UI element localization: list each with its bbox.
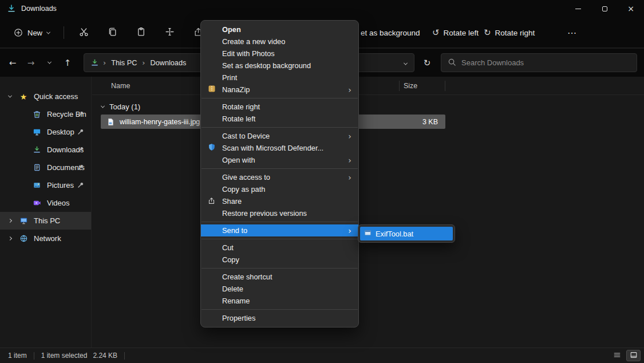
context-menu-item-rotate-right[interactable]: Rotate right [201, 101, 358, 113]
cut-button[interactable] [72, 22, 95, 43]
sidebar-item-desktop[interactable]: Desktop [0, 123, 91, 141]
sidebar-item-recycle-bin[interactable]: Recycle Bin [0, 105, 91, 123]
context-menu-item-scan-with-defender[interactable]: Scan with Microsoft Defender... [201, 142, 358, 154]
details-view-icon [613, 351, 621, 361]
context-menu-item-rename[interactable]: Rename [201, 295, 358, 307]
menu-separator [202, 98, 358, 98]
breadcrumb-downloads[interactable]: Downloads [149, 58, 188, 68]
thumbnail-view-icon [630, 351, 638, 361]
recent-locations-button[interactable] [40, 53, 58, 73]
sidebar-item-pictures[interactable]: Pictures [0, 176, 91, 194]
menu-separator [202, 239, 358, 239]
context-menu-item-nanazip[interactable]: NanaZip › [201, 84, 358, 96]
copy-icon [108, 27, 117, 38]
rename-button[interactable] [158, 22, 181, 43]
back-button[interactable]: ← [3, 53, 22, 73]
forward-icon: → [27, 58, 35, 68]
paste-button[interactable] [129, 22, 152, 43]
downloads-icon [32, 145, 41, 155]
sidebar-item-this-pc[interactable]: This PC [0, 212, 91, 230]
context-menu-item-open[interactable]: Open [201, 23, 358, 35]
column-divider[interactable] [399, 81, 400, 91]
window-title: Downloads [21, 5, 57, 13]
context-menu-item-delete[interactable]: Delete [201, 283, 358, 295]
window-controls: × [565, 0, 644, 17]
context-menu-item-send-to[interactable]: Send to› [201, 224, 358, 236]
column-header-size[interactable]: Size [404, 82, 417, 90]
rotate-right-label: Rotate right [495, 29, 535, 37]
new-button[interactable]: New [8, 24, 56, 41]
column-header-name[interactable]: Name [92, 82, 130, 90]
context-menu-item-rotate-left[interactable]: Rotate left [201, 113, 358, 125]
context-menu: Open Create a new video Edit with Photos… [200, 20, 359, 328]
context-menu-item-copy-as-path[interactable]: Copy as path [201, 183, 358, 195]
file-explorer-window: Downloads × New [0, 0, 644, 363]
command-bar-left: New [8, 17, 210, 48]
submenu-arrow-icon: › [346, 156, 353, 165]
set-as-background-button[interactable]: et as background [361, 17, 420, 48]
refresh-button[interactable]: ↻ [417, 53, 437, 72]
context-menu-item-create-shortcut[interactable]: Create shortcut [201, 271, 358, 283]
pin-icon [77, 111, 84, 119]
close-button[interactable]: × [618, 0, 644, 17]
search-box [441, 53, 637, 72]
more-options-button[interactable]: ⋯ [563, 17, 580, 48]
submenu-item-exiftool[interactable]: ExifTool.bat [360, 227, 453, 240]
context-menu-item-properties[interactable]: Properties [201, 312, 358, 324]
up-icon: ↑ [64, 58, 72, 68]
sidebar-item-quick-access[interactable]: ★ Quick access [0, 88, 91, 105]
details-view-button[interactable] [610, 350, 624, 361]
search-input[interactable] [461, 58, 630, 67]
sidebar-item-label: Videos [47, 199, 70, 207]
forward-button[interactable]: → [22, 53, 40, 73]
breadcrumb-this-pc[interactable]: This PC [110, 58, 138, 68]
sidebar-item-label: Network [34, 234, 61, 243]
submenu-arrow-icon: › [346, 173, 353, 182]
submenu-arrow-icon: › [346, 132, 353, 141]
up-button[interactable]: ↑ [58, 53, 77, 73]
defender-shield-icon [208, 143, 216, 153]
rotate-left-icon: ↺ [432, 27, 440, 38]
sidebar-item-documents[interactable]: Documents [0, 159, 91, 176]
chevron-down-icon [47, 60, 51, 64]
context-menu-item-edit-with-photos[interactable]: Edit with Photos [201, 48, 358, 60]
column-divider[interactable] [445, 81, 445, 91]
plus-icon [14, 28, 23, 37]
set-as-background-label: et as background [361, 29, 420, 37]
minimize-button[interactable] [565, 0, 591, 17]
this-pc-icon [19, 216, 28, 226]
menu-separator [202, 127, 358, 128]
context-menu-item-set-as-desktop-background[interactable]: Set as desktop background [201, 60, 358, 72]
context-menu-item-create-a-new-video[interactable]: Create a new video [201, 35, 358, 48]
downloads-folder-icon [7, 4, 16, 13]
rename-icon [165, 27, 175, 38]
group-header-today[interactable]: Today (1) [92, 99, 644, 114]
pictures-icon [32, 181, 41, 190]
thumbnail-view-button[interactable] [626, 350, 641, 361]
maximize-button[interactable] [591, 0, 618, 17]
context-menu-item-restore-previous-versions[interactable]: Restore previous versions [201, 207, 358, 219]
file-list-area: Name Size Today (1) william-henry-gates-… [92, 77, 644, 348]
context-menu-item-print[interactable]: Print [201, 72, 358, 84]
context-menu-item-give-access-to[interactable]: Give access to› [201, 171, 358, 183]
chevron-right-icon [7, 219, 11, 223]
context-menu-item-cast-to-device[interactable]: Cast to Device› [201, 130, 358, 142]
sidebar-item-network[interactable]: Network [0, 230, 91, 247]
context-menu-item-cut[interactable]: Cut [201, 242, 358, 254]
context-menu-item-copy[interactable]: Copy [201, 254, 358, 266]
downloads-folder-icon [90, 58, 99, 68]
sidebar-item-label: Pictures [47, 181, 74, 190]
context-menu-item-share[interactable]: Share [201, 195, 358, 207]
minimize-icon [575, 9, 581, 9]
context-menu-item-open-with[interactable]: Open with› [201, 154, 358, 166]
copy-button[interactable] [101, 22, 124, 43]
rotate-right-button[interactable]: ↻ Rotate right [484, 17, 535, 48]
sidebar-item-videos[interactable]: Videos [0, 194, 91, 212]
sidebar-item-label: Desktop [47, 128, 74, 136]
sidebar-item-downloads[interactable]: Downloads [0, 141, 91, 159]
selection-info: 1 item selected 2.24 KB [41, 352, 117, 360]
rotate-left-button[interactable]: ↺ Rotate left [432, 17, 479, 48]
address-dropdown-button[interactable] [404, 58, 408, 67]
refresh-icon: ↻ [424, 58, 431, 68]
view-toggle-buttons [610, 350, 641, 361]
